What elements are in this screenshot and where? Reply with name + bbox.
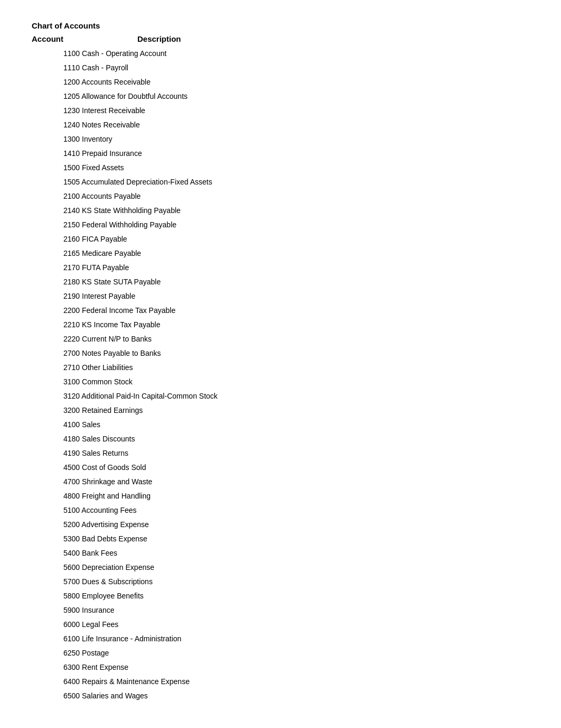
list-item: 5200 Advertising Expense xyxy=(63,518,529,532)
list-item: 1300 Inventory xyxy=(63,132,529,146)
list-item: 6100 Life Insurance - Administration xyxy=(63,632,529,646)
list-item: 1410 Prepaid Insurance xyxy=(63,146,529,161)
list-item: 4800 Freight and Handling xyxy=(63,489,529,503)
list-item: 3100 Common Stock xyxy=(63,375,529,389)
list-item: 1240 Notes Receivable xyxy=(63,118,529,132)
list-item: 2700 Notes Payable to Banks xyxy=(63,346,529,361)
list-item: 5100 Accounting Fees xyxy=(63,503,529,518)
list-item: 4100 Sales xyxy=(63,418,529,432)
list-item: 2150 Federal Withholding Payable xyxy=(63,218,529,232)
list-item: 4700 Shrinkage and Waste xyxy=(63,475,529,489)
list-item: 2220 Current N/P to Banks xyxy=(63,332,529,346)
list-item: 2140 KS State Withholding Payable xyxy=(63,204,529,218)
list-item: 5600 Depreciation Expense xyxy=(63,560,529,575)
list-item: 4190 Sales Returns xyxy=(63,446,529,460)
list-item: 1205 Allowance for Doubtful Accounts xyxy=(63,89,529,104)
list-item: 1100 Cash - Operating Account xyxy=(63,47,529,61)
list-item: 2165 Medicare Payable xyxy=(63,246,529,261)
list-item: 5900 Insurance xyxy=(63,603,529,618)
list-item: 6500 Salaries and Wages xyxy=(63,689,529,703)
list-item: 3120 Additional Paid-In Capital-Common S… xyxy=(63,389,529,403)
list-item: 6400 Repairs & Maintenance Expense xyxy=(63,675,529,689)
column-header-account: Account xyxy=(32,34,137,43)
list-item: 1500 Fixed Assets xyxy=(63,161,529,175)
list-item: 1505 Accumulated Depreciation-Fixed Asse… xyxy=(63,175,529,189)
list-item: 5400 Bank Fees xyxy=(63,546,529,560)
list-item: 5300 Bad Debts Expense xyxy=(63,532,529,546)
list-item: 3200 Retained Earnings xyxy=(63,403,529,418)
list-item: 5800 Employee Benefits xyxy=(63,589,529,603)
list-item: 4180 Sales Discounts xyxy=(63,432,529,446)
account-list: 1100 Cash - Operating Account1110 Cash -… xyxy=(32,47,529,703)
list-item: 5700 Dues & Subscriptions xyxy=(63,575,529,589)
list-item: 2160 FICA Payable xyxy=(63,232,529,246)
list-item: 4500 Cost of Goods Sold xyxy=(63,460,529,475)
list-item: 6300 Rent Expense xyxy=(63,660,529,675)
list-item: 2170 FUTA Payable xyxy=(63,261,529,275)
list-item: 2180 KS State SUTA Payable xyxy=(63,275,529,289)
list-item: 2190 Interest Payable xyxy=(63,289,529,303)
list-item: 6250 Postage xyxy=(63,646,529,660)
list-item: 2200 Federal Income Tax Payable xyxy=(63,303,529,318)
list-item: 1110 Cash - Payroll xyxy=(63,61,529,75)
list-item: 1200 Accounts Receivable xyxy=(63,75,529,89)
page-title: Chart of Accounts xyxy=(32,21,529,30)
column-header-description: Description xyxy=(137,34,181,43)
list-item: 6000 Legal Fees xyxy=(63,618,529,632)
list-item: 1230 Interest Receivable xyxy=(63,104,529,118)
list-item: 2710 Other Liabilities xyxy=(63,361,529,375)
list-item: 2210 KS Income Tax Payable xyxy=(63,318,529,332)
list-item: 2100 Accounts Payable xyxy=(63,189,529,204)
